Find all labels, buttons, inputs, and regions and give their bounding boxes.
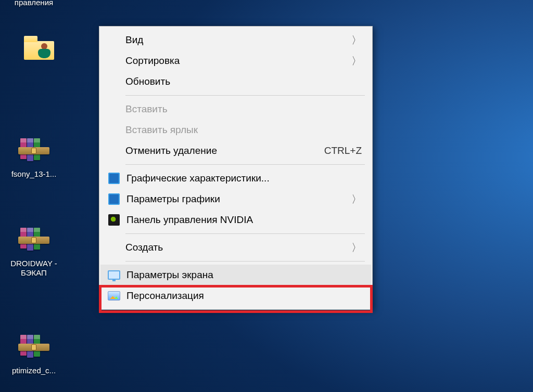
desktop-icon-label: fsony_13-1...	[11, 169, 57, 179]
menu-item-label: Параметры графики	[126, 193, 351, 205]
menu-item-paste: Вставить	[100, 99, 371, 120]
chevron-right-icon: 〉	[351, 33, 362, 47]
desktop-context-menu: Вид 〉 Сортировка 〉 Обновить Вставить Вст…	[99, 26, 373, 310]
user-folder-icon	[22, 31, 56, 64]
winrar-icon	[17, 134, 50, 167]
menu-item-new[interactable]: Создать 〉	[100, 237, 371, 258]
chevron-right-icon: 〉	[351, 241, 362, 255]
menu-separator	[125, 95, 365, 96]
intel-graphics-icon	[107, 192, 121, 206]
menu-item-label: Персонализация	[126, 290, 362, 302]
menu-item-label: Панель управления NVIDIA	[126, 214, 362, 226]
desktop-icon-archive-optimized[interactable]: ptimized_c...	[0, 331, 68, 375]
winrar-icon	[17, 224, 50, 257]
desktop-icon-user-folder[interactable]	[5, 31, 73, 67]
menu-item-graphics-properties[interactable]: Графические характеристики...	[100, 168, 371, 189]
menu-item-shortcut: CTRL+Z	[324, 145, 362, 156]
menu-item-label: Обновить	[125, 76, 362, 87]
menu-item-nvidia-control-panel[interactable]: Панель управления NVIDIA	[100, 210, 371, 230]
desktop-icon-archive-droidway[interactable]: DROIDWAY - БЭКАП	[0, 224, 68, 278]
personalize-icon	[107, 289, 121, 303]
desktop-icon-control-panel[interactable]: правления	[0, 0, 68, 7]
menu-item-undo-delete[interactable]: Отменить удаление CTRL+Z	[100, 140, 371, 161]
desktop-icon-label: правления	[15, 0, 53, 7]
menu-separator	[125, 261, 365, 262]
desktop-icon-archive-fsony[interactable]: fsony_13-1...	[0, 134, 68, 179]
monitor-icon	[107, 268, 121, 282]
menu-item-label: Вставить ярлык	[125, 124, 362, 136]
chevron-right-icon: 〉	[351, 192, 362, 206]
menu-item-label: Создать	[125, 242, 351, 253]
menu-item-label: Параметры экрана	[126, 269, 362, 281]
desktop-icon-label: ptimized_c...	[12, 366, 56, 375]
chevron-right-icon: 〉	[351, 54, 362, 68]
menu-item-graphics-params[interactable]: Параметры графики 〉	[100, 189, 371, 210]
menu-separator	[125, 164, 365, 165]
nvidia-icon	[107, 213, 121, 227]
menu-item-display-settings[interactable]: Параметры экрана	[100, 265, 371, 285]
desktop-icon-label: DROIDWAY - БЭКАП	[0, 259, 68, 278]
menu-item-sort[interactable]: Сортировка 〉	[100, 50, 371, 71]
menu-item-label: Отменить удаление	[125, 145, 324, 156]
menu-item-label: Графические характеристики...	[126, 173, 362, 184]
menu-item-refresh[interactable]: Обновить	[100, 71, 371, 92]
menu-item-label: Вид	[125, 34, 351, 46]
intel-graphics-icon	[107, 171, 121, 186]
menu-item-label: Вставить	[125, 103, 362, 115]
menu-item-label: Сортировка	[125, 55, 351, 67]
menu-item-paste-shortcut: Вставить ярлык	[100, 120, 371, 140]
menu-separator	[125, 233, 365, 234]
menu-item-personalize[interactable]: Персонализация	[100, 285, 371, 306]
menu-item-view[interactable]: Вид 〉	[100, 30, 371, 50]
winrar-icon	[17, 331, 50, 364]
